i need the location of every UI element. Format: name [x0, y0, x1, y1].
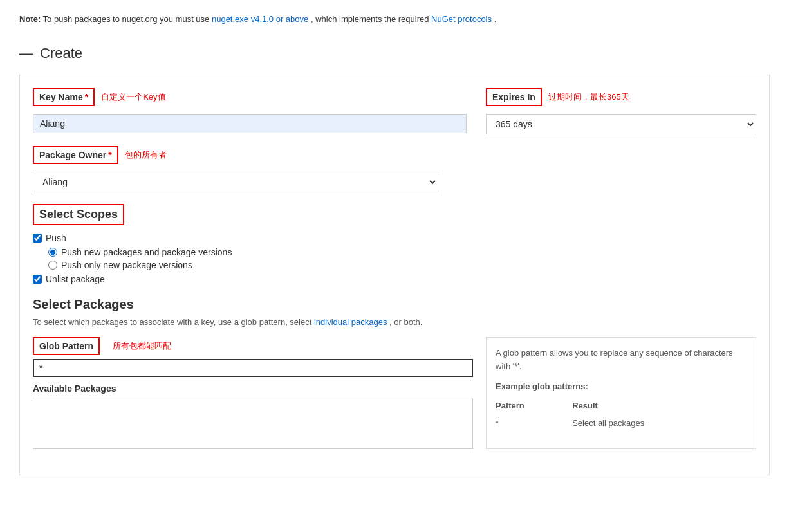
section-title: Create	[19, 45, 770, 62]
glob-table-row: * Select all packages	[496, 416, 747, 432]
key-expires-row: Key Name* 自定义一个Key值 Expires In 过期时间，最长36…	[33, 88, 756, 134]
note-link2[interactable]: NuGet protocols	[431, 14, 492, 24]
glob-info-text: A glob pattern allows you to replace any…	[496, 347, 747, 374]
note-middle: , which implements the required	[311, 14, 431, 24]
expires-in-label-box: Expires In	[486, 88, 542, 106]
select-scopes-title: Select Scopes	[33, 204, 124, 225]
key-name-group: Key Name* 自定义一个Key值	[33, 88, 467, 134]
glob-input-container	[33, 359, 473, 377]
available-packages-box	[33, 398, 473, 449]
push-only-new-label[interactable]: Push only new package versions	[48, 260, 756, 270]
push-radio-group: Push new packages and package versions P…	[48, 247, 756, 270]
push-new-packages-radio[interactable]	[48, 248, 57, 257]
expires-in-label-row: Expires In 过期时间，最长365天	[486, 88, 756, 106]
glob-table: Pattern Result * Select all packages	[496, 398, 747, 432]
packages-right: A glob pattern allows you to replace any…	[486, 337, 756, 449]
package-owner-label-row: Package Owner* 包的所有者	[33, 146, 438, 164]
key-name-annotation: 自定义一个Key值	[101, 91, 165, 103]
unlist-checkbox-label[interactable]: Unlist package	[33, 274, 756, 284]
individual-packages-link[interactable]: individual packages	[314, 317, 387, 327]
select-packages-desc: To select which packages to associate wi…	[33, 316, 756, 329]
select-packages-title: Select Packages	[33, 297, 756, 312]
glob-table-cell-pattern: *	[496, 416, 572, 432]
glob-pattern-label: Glob Pattern	[33, 337, 100, 355]
push-new-packages-label[interactable]: Push new packages and package versions	[48, 247, 756, 257]
expires-in-annotation: 过期时间，最长365天	[548, 91, 629, 103]
glob-table-cell-result: Select all packages	[572, 416, 747, 432]
glob-example-title: Example glob patterns:	[496, 380, 747, 394]
packages-row: Glob Pattern 所有包都能匹配 Available Packages …	[33, 337, 756, 449]
select-packages-section: Select Packages To select which packages…	[33, 297, 756, 450]
glob-table-header-pattern: Pattern	[496, 398, 572, 416]
note-link1[interactable]: nuget.exe v4.1.0 or above	[212, 14, 308, 24]
glob-table-header-result: Result	[572, 398, 747, 416]
expires-in-group: Expires In 过期时间，最长365天 365 days 180 days…	[486, 88, 756, 134]
note-suffix: .	[494, 14, 497, 24]
key-name-label-box: Key Name*	[33, 88, 95, 106]
note-bar: Note: To push packages to nuget.org you …	[19, 13, 770, 26]
key-name-input[interactable]	[33, 114, 467, 133]
push-only-new-radio[interactable]	[48, 261, 57, 270]
push-checkbox-label[interactable]: Push	[33, 233, 756, 243]
expires-in-select[interactable]: 365 days 180 days 90 days 60 days 30 day…	[486, 114, 756, 134]
package-owner-group: Package Owner* 包的所有者 Aliang	[33, 146, 438, 192]
glob-label-row: Glob Pattern 所有包都能匹配	[33, 337, 473, 355]
packages-left: Glob Pattern 所有包都能匹配 Available Packages	[33, 337, 473, 449]
note-text: To push packages to nuget.org you must u…	[43, 14, 212, 24]
glob-pattern-input[interactable]	[39, 363, 467, 373]
available-packages-label: Available Packages	[33, 383, 473, 394]
key-name-label-row: Key Name* 自定义一个Key值	[33, 88, 467, 106]
glob-annotation: 所有包都能匹配	[113, 340, 171, 352]
select-scopes-section: Select Scopes Push Push new packages and…	[33, 204, 756, 284]
push-checkbox[interactable]	[33, 234, 42, 243]
unlist-checkbox[interactable]	[33, 275, 42, 284]
package-owner-row: Package Owner* 包的所有者 Aliang	[33, 146, 756, 192]
package-owner-select[interactable]: Aliang	[33, 172, 438, 192]
package-owner-label-box: Package Owner*	[33, 146, 118, 164]
create-form: Key Name* 自定义一个Key值 Expires In 过期时间，最长36…	[19, 75, 770, 476]
package-owner-annotation: 包的所有者	[125, 149, 167, 161]
note-prefix: Note:	[19, 14, 41, 24]
